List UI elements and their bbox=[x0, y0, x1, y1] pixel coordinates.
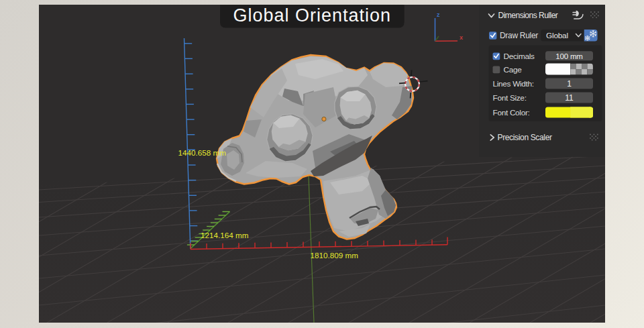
svg-text:Font Size:: Font Size: bbox=[493, 93, 527, 103]
svg-text:Decimals: Decimals bbox=[504, 52, 535, 61]
svg-text:11: 11 bbox=[565, 93, 574, 103]
svg-text:1810.809 mm: 1810.809 mm bbox=[311, 251, 358, 260]
svg-text:Draw Ruler: Draw Ruler bbox=[500, 31, 538, 40]
svg-text:Font Color:: Font Color: bbox=[493, 108, 530, 117]
svg-text:Lines Width:: Lines Width: bbox=[493, 79, 534, 89]
svg-text:Cage: Cage bbox=[504, 65, 523, 74]
svg-text:Global: Global bbox=[546, 31, 568, 40]
svg-text:z: z bbox=[437, 11, 440, 18]
svg-text:Dimensions Ruller: Dimensions Ruller bbox=[498, 11, 558, 20]
svg-text:1: 1 bbox=[567, 79, 572, 89]
svg-text:100 mm: 100 mm bbox=[555, 52, 582, 60]
svg-text:1214.164 mm: 1214.164 mm bbox=[201, 231, 248, 239]
svg-text:x: x bbox=[460, 34, 463, 41]
svg-text:Precision Scaler: Precision Scaler bbox=[498, 133, 552, 142]
svg-text:1440.658 mm: 1440.658 mm bbox=[178, 148, 226, 157]
svg-text:Global Orientation: Global Orientation bbox=[233, 5, 391, 25]
